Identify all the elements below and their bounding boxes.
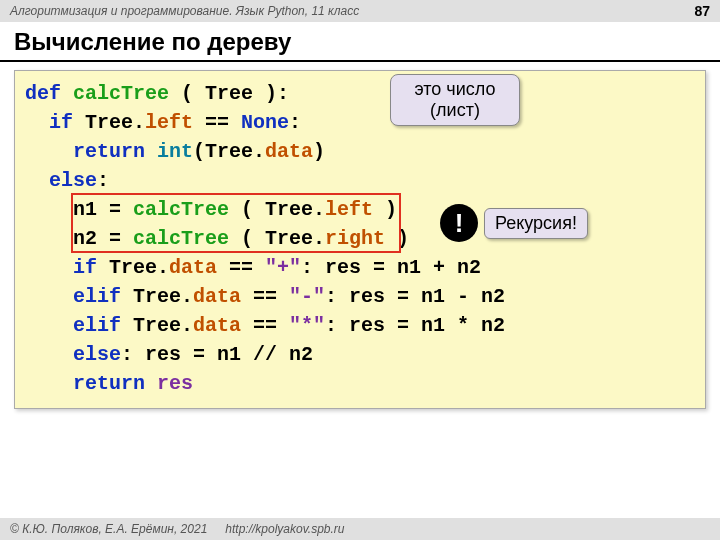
footer: © К.Ю. Поляков, Е.А. Ерёмин, 2021 http:/… [0,518,720,540]
code-line: return res [25,369,695,398]
footer-url: http://kpolyakov.spb.ru [225,522,344,536]
code-line: if Tree.left == None: [25,108,695,137]
leaf-callout: это число (лист) [390,74,520,126]
code-block: def calcTree ( Tree ): if Tree.left == N… [14,70,706,409]
recursion-label: Рекурсия! [484,208,588,239]
code-line: elif Tree.data == "*": res = n1 * n2 [25,311,695,340]
code-line: n2 = calcTree ( Tree.right ) [25,224,695,253]
code-line: else: res = n1 // n2 [25,340,695,369]
code-line: elif Tree.data == "-": res = n1 - n2 [25,282,695,311]
code-line: def calcTree ( Tree ): [25,79,695,108]
code-line: n1 = calcTree ( Tree.left ) [25,195,695,224]
header: Алгоритмизация и программирование. Язык … [0,0,720,22]
code-line: return int(Tree.data) [25,137,695,166]
code-line: else: [25,166,695,195]
code-line: if Tree.data == "+": res = n1 + n2 [25,253,695,282]
course-label: Алгоритмизация и программирование. Язык … [10,4,359,18]
content: def calcTree ( Tree ): if Tree.left == N… [0,70,720,409]
page-title: Вычисление по дереву [0,22,720,62]
page-number: 87 [694,3,710,19]
exclamation-icon: ! [440,204,478,242]
recursion-callout: ! Рекурсия! [440,204,588,242]
copyright: © К.Ю. Поляков, Е.А. Ерёмин, 2021 [10,522,207,536]
